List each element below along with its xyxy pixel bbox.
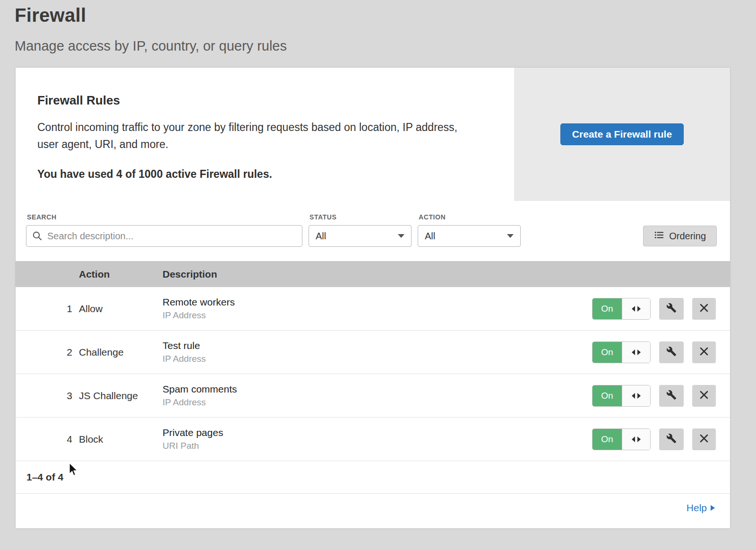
- help-link[interactable]: Help: [687, 502, 715, 514]
- arrow-left-icon: [632, 437, 635, 442]
- close-icon: [699, 390, 709, 401]
- rule-enabled-toggle[interactable]: On: [592, 428, 651, 450]
- arrow-right-icon: [637, 437, 641, 442]
- rule-match-type: IP Address: [163, 397, 592, 408]
- toggle-on-label[interactable]: On: [593, 429, 622, 450]
- card-description: Control incoming traffic to your zone by…: [37, 119, 480, 153]
- card-footer: Help: [16, 494, 730, 522]
- page-subtitle: Manage access by IP, country, or query r…: [15, 38, 756, 54]
- toggle-handle[interactable]: [622, 429, 650, 450]
- rules-usage-text: You have used 4 of 1000 active Firewall …: [37, 168, 480, 181]
- wrench-icon: [666, 433, 677, 445]
- ordering-button-label: Ordering: [669, 231, 706, 242]
- table-header: Action Description: [16, 261, 730, 287]
- action-label: ACTION: [419, 213, 521, 221]
- action-selected-value: All: [425, 231, 435, 242]
- firewall-rules-card: Firewall Rules Control incoming traffic …: [16, 68, 730, 528]
- search-label: SEARCH: [27, 213, 302, 221]
- rule-enabled-toggle[interactable]: On: [592, 385, 651, 407]
- arrow-right-icon: [711, 505, 715, 511]
- edit-rule-button[interactable]: [659, 385, 684, 407]
- rule-description: Test rule: [163, 340, 592, 351]
- chevron-down-icon: [507, 234, 514, 238]
- arrow-right-icon: [637, 349, 641, 355]
- search-filter-group: SEARCH: [26, 213, 302, 247]
- edit-rule-button[interactable]: [659, 428, 684, 450]
- rule-action: JS Challenge: [79, 390, 163, 402]
- rule-enabled-toggle[interactable]: On: [592, 298, 651, 320]
- ordering-list-icon: [654, 230, 664, 243]
- edit-rule-button[interactable]: [659, 298, 684, 320]
- filter-bar: SEARCH STATUS All ACTION All: [16, 201, 730, 261]
- card-title: Firewall Rules: [37, 93, 480, 108]
- toggle-on-label[interactable]: On: [593, 342, 622, 363]
- search-input[interactable]: [26, 225, 302, 247]
- close-icon: [699, 303, 709, 314]
- status-select[interactable]: All: [309, 225, 412, 247]
- rule-description-cell: Spam comments IP Address: [163, 384, 592, 408]
- rule-controls: On: [592, 428, 730, 450]
- page-title: Firewall: [15, 5, 756, 26]
- search-icon: [32, 231, 43, 243]
- page-header: Firewall Manage access by IP, country, o…: [0, 0, 756, 54]
- toggle-handle[interactable]: [622, 298, 650, 319]
- rule-priority: 4: [16, 434, 79, 445]
- wrench-icon: [666, 390, 677, 402]
- arrow-left-icon: [632, 306, 635, 312]
- action-filter-group: ACTION All: [418, 213, 521, 247]
- table-row: 1 Allow Remote workers IP Address On: [16, 287, 730, 331]
- edit-rule-button[interactable]: [659, 341, 684, 363]
- toggle-on-label[interactable]: On: [593, 385, 622, 406]
- rule-priority: 1: [16, 303, 79, 314]
- rule-description-cell: Remote workers IP Address: [163, 297, 592, 321]
- delete-rule-button[interactable]: [692, 428, 716, 450]
- create-firewall-rule-button[interactable]: Create a Firewall rule: [560, 123, 684, 145]
- rule-priority: 2: [16, 347, 79, 358]
- chevron-down-icon: [398, 234, 404, 238]
- rule-description-cell: Private pages URI Path: [163, 427, 592, 451]
- rule-match-type: IP Address: [163, 310, 592, 321]
- action-select[interactable]: All: [418, 225, 521, 247]
- rule-action: Allow: [79, 303, 163, 314]
- status-filter-group: STATUS All: [309, 213, 412, 247]
- status-label: STATUS: [309, 213, 412, 221]
- arrow-right-icon: [637, 393, 641, 399]
- card-top-section: Firewall Rules Control incoming traffic …: [16, 68, 730, 201]
- table-row: 3 JS Challenge Spam comments IP Address …: [16, 374, 730, 418]
- arrow-left-icon: [632, 349, 635, 355]
- rule-description: Private pages: [163, 427, 592, 438]
- card-intro: Firewall Rules Control incoming traffic …: [16, 68, 514, 201]
- rule-action: Block: [79, 434, 163, 445]
- rule-controls: On: [592, 298, 730, 320]
- search-box: [26, 225, 302, 247]
- ordering-button[interactable]: Ordering: [643, 226, 717, 246]
- toggle-on-label[interactable]: On: [593, 298, 622, 319]
- table-row: 4 Block Private pages URI Path On: [16, 418, 730, 461]
- help-link-label: Help: [687, 502, 707, 514]
- rule-match-type: IP Address: [163, 354, 592, 364]
- rule-description-cell: Test rule IP Address: [163, 340, 592, 364]
- table-row: 2 Challenge Test rule IP Address On: [16, 331, 730, 374]
- delete-rule-button[interactable]: [692, 298, 716, 320]
- rule-enabled-toggle[interactable]: On: [592, 341, 651, 363]
- delete-rule-button[interactable]: [692, 341, 716, 363]
- arrow-left-icon: [632, 393, 635, 399]
- rule-controls: On: [592, 385, 730, 407]
- arrow-right-icon: [637, 306, 641, 312]
- toggle-handle[interactable]: [622, 385, 650, 406]
- wrench-icon: [666, 346, 677, 358]
- wrench-icon: [666, 303, 677, 314]
- pagination-summary: 1–4 of 4: [16, 461, 730, 494]
- rule-priority: 3: [16, 390, 79, 402]
- close-icon: [699, 347, 709, 358]
- col-action-header: Action: [79, 269, 163, 280]
- rule-description: Remote workers: [163, 297, 592, 308]
- rule-description: Spam comments: [163, 384, 592, 395]
- close-icon: [699, 434, 709, 445]
- rule-action: Challenge: [79, 347, 163, 358]
- rule-controls: On: [592, 341, 730, 363]
- toggle-handle[interactable]: [622, 342, 650, 363]
- delete-rule-button[interactable]: [692, 385, 716, 407]
- status-selected-value: All: [316, 231, 326, 242]
- create-rule-panel: Create a Firewall rule: [514, 68, 730, 201]
